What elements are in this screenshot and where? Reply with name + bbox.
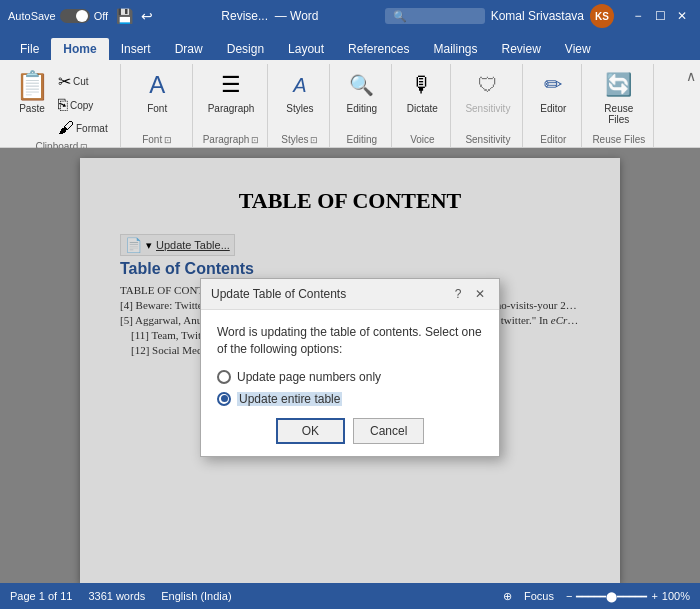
zoom-slider[interactable]: ━━━━━⬤━━━━━ (576, 591, 647, 602)
styles-button[interactable]: A Styles (280, 66, 320, 117)
reuse-files-button[interactable]: 🔄 ReuseFiles (599, 66, 639, 128)
document-page: TABLE OF CONTENT 📄 ▾ Update Table... Tab… (80, 158, 620, 583)
maximize-button[interactable]: ☐ (650, 6, 670, 26)
voice-content: 🎙 Dictate (402, 66, 442, 132)
tab-draw[interactable]: Draw (163, 38, 215, 60)
dialog-body: Word is updating the table of contents. … (201, 310, 499, 456)
autosave-toggle[interactable] (60, 9, 90, 23)
page-info: Page 1 of 11 (10, 590, 72, 602)
paste-icon: 📋 (16, 69, 48, 101)
language-selector[interactable]: English (India) (161, 590, 231, 602)
filename-label: Revise... (221, 9, 268, 23)
zoom-out-icon[interactable]: − (566, 590, 572, 602)
tab-file[interactable]: File (8, 38, 51, 60)
dialog-cancel-button[interactable]: Cancel (353, 418, 424, 444)
styles-icon: A (284, 69, 316, 101)
tab-design[interactable]: Design (215, 38, 276, 60)
editing-button[interactable]: 🔍 Editing (342, 66, 382, 117)
sensitivity-button[interactable]: 🛡 Sensitivity (461, 66, 514, 117)
paragraph-expand-icon[interactable]: ⊡ (251, 135, 259, 145)
search-input[interactable] (385, 8, 485, 24)
radio-input-1[interactable] (217, 370, 231, 384)
minimize-button[interactable]: − (628, 6, 648, 26)
title-bar: AutoSave Off 💾 ↩ Revise... — Word Komal … (0, 0, 700, 32)
tab-references[interactable]: References (336, 38, 421, 60)
copy-button[interactable]: ⎘ Copy (54, 94, 112, 116)
paste-label: Paste (19, 103, 45, 114)
styles-label: Styles (286, 103, 313, 114)
reuse-files-group-label: Reuse Files (592, 134, 645, 145)
ribbon-collapse-btn[interactable]: ∧ (686, 64, 696, 147)
editor-icon: ✏ (537, 69, 569, 101)
zoom-in-icon[interactable]: + (651, 590, 657, 602)
sensitivity-content: 🛡 Sensitivity (461, 66, 514, 132)
paste-main: 📋 Paste (12, 66, 52, 139)
cut-button[interactable]: ✂ Cut (54, 70, 112, 93)
ribbon-group-paragraph: ☰ Paragraph Paragraph ⊡ (195, 64, 269, 147)
font-label: Font (147, 103, 167, 114)
cut-label: Cut (73, 76, 89, 87)
editing-label: Editing (347, 103, 378, 114)
styles-expand-icon[interactable]: ⊡ (310, 135, 318, 145)
format-painter-icon: 🖌 (58, 119, 74, 137)
dialog-title: Update Table of Contents (211, 287, 346, 301)
clipboard-sub-buttons: ✂ Cut ⎘ Copy 🖌 Format (54, 66, 112, 139)
save-icon[interactable]: 💾 (114, 6, 135, 26)
editing-content: 🔍 Editing (342, 66, 382, 132)
word-count: 3361 words (88, 590, 145, 602)
reuse-files-label: ReuseFiles (604, 103, 633, 125)
sensitivity-group-label: Sensitivity (461, 134, 514, 145)
radio-option-page-numbers[interactable]: Update page numbers only (217, 370, 483, 384)
tab-insert[interactable]: Insert (109, 38, 163, 60)
dialog-help-button[interactable]: ? (449, 285, 467, 303)
editing-group-label: Editing (340, 134, 383, 145)
tab-layout[interactable]: Layout (276, 38, 336, 60)
font-expand-icon[interactable]: ⊡ (164, 135, 172, 145)
copy-label: Copy (70, 100, 93, 111)
ribbon-group-sensitivity: 🛡 Sensitivity Sensitivity (453, 64, 523, 147)
status-bar: Page 1 of 11 3361 words English (India) … (0, 583, 700, 609)
paste-button[interactable]: 📋 Paste (12, 66, 52, 117)
ribbon-tab-bar: File Home Insert Draw Design Layout Refe… (0, 32, 700, 60)
close-button[interactable]: ✕ (672, 6, 692, 26)
dialog-ok-button[interactable]: OK (276, 418, 345, 444)
cut-icon: ✂ (58, 72, 71, 91)
clipboard-content: 📋 Paste ✂ Cut ⎘ Copy 🖌 Format (12, 66, 112, 139)
ribbon-group-editor: ✏ Editor Editor (525, 64, 582, 147)
toggle-state-label: Off (94, 10, 108, 22)
status-bar-right: ⊕ Focus − ━━━━━⬤━━━━━ + 100% (503, 590, 690, 603)
editing-icon: 🔍 (346, 69, 378, 101)
tab-review[interactable]: Review (490, 38, 553, 60)
ribbon-group-font: A Font Font ⊡ (123, 64, 193, 147)
paragraph-button[interactable]: ☰ Paragraph (204, 66, 259, 117)
tab-view[interactable]: View (553, 38, 603, 60)
editor-button[interactable]: ✏ Editor (533, 66, 573, 117)
paste-group: 📋 Paste ✂ Cut ⎘ Copy 🖌 Format (12, 66, 112, 139)
font-button[interactable]: A Font (137, 66, 177, 117)
radio-label-2: Update entire table (237, 392, 342, 406)
ribbon-group-editing: 🔍 Editing Editing (332, 64, 392, 147)
styles-group-label: Styles ⊡ (278, 134, 321, 145)
undo-icon[interactable]: ↩ (139, 6, 155, 26)
reuse-content: 🔄 ReuseFiles (599, 66, 639, 132)
ribbon-group-reuse: 🔄 ReuseFiles Reuse Files (584, 64, 654, 147)
radio-input-2[interactable] (217, 392, 231, 406)
focus-label[interactable]: Focus (524, 590, 554, 602)
sensitivity-label: Sensitivity (465, 103, 510, 114)
tab-mailings[interactable]: Mailings (421, 38, 489, 60)
focus-icon[interactable]: ⊕ (503, 590, 512, 603)
dialog-close-button[interactable]: ✕ (471, 285, 489, 303)
format-painter-button[interactable]: 🖌 Format (54, 117, 112, 139)
ribbon-group-voice: 🎙 Dictate Voice (394, 64, 451, 147)
dictate-button[interactable]: 🎙 Dictate (402, 66, 442, 117)
dictate-icon: 🎙 (406, 69, 438, 101)
autosave-label: AutoSave (8, 10, 56, 22)
radio-label-1: Update page numbers only (237, 370, 381, 384)
paragraph-label: Paragraph (208, 103, 255, 114)
font-group-label: Font ⊡ (131, 134, 184, 145)
radio-option-entire-table[interactable]: Update entire table (217, 392, 483, 406)
paragraph-content: ☰ Paragraph (204, 66, 259, 132)
tab-home[interactable]: Home (51, 38, 108, 60)
font-content: A Font (137, 66, 177, 132)
reuse-files-icon: 🔄 (603, 69, 635, 101)
